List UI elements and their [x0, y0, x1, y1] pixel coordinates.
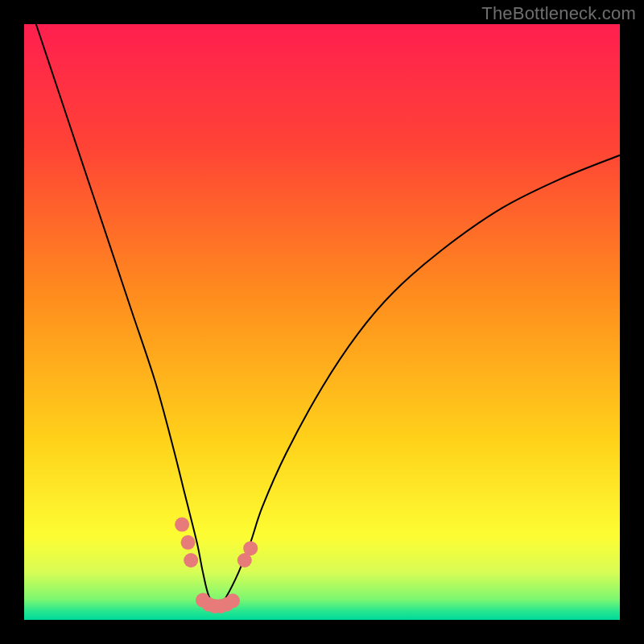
marker-dot	[181, 535, 196, 550]
marker-dot	[175, 518, 189, 532]
chart-frame: TheBottleneck.com	[0, 0, 644, 644]
bottleneck-chart	[24, 24, 620, 620]
marker-dot	[225, 593, 240, 608]
gradient-background	[24, 24, 620, 620]
attribution-label: TheBottleneck.com	[481, 3, 636, 24]
marker-dot	[184, 553, 198, 568]
marker-dot	[243, 541, 258, 555]
